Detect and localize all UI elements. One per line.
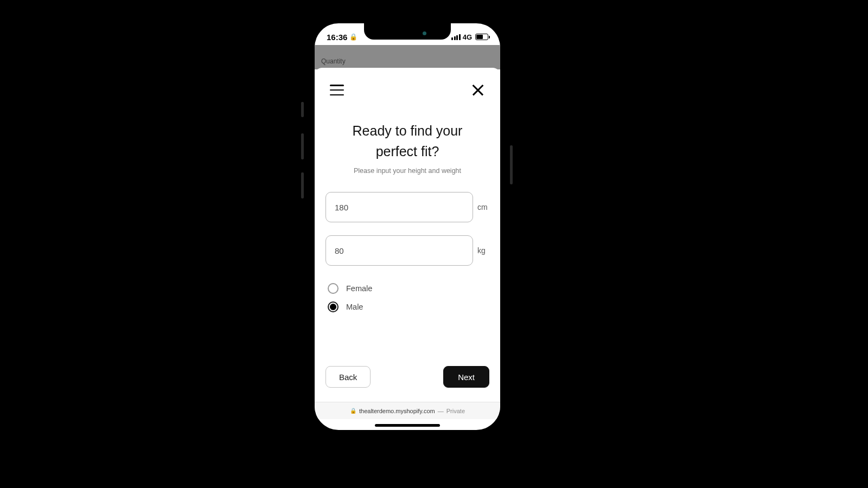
radio-label: Female [346,284,372,293]
weight-row: kg [326,235,489,266]
hamburger-icon[interactable] [330,85,344,95]
radio-female[interactable]: Female [328,283,489,294]
status-time: 16:36 [327,33,347,42]
gender-radio-group: Female Male [326,283,489,320]
height-input[interactable] [326,192,473,222]
home-indicator[interactable] [375,424,440,427]
signal-icon [451,34,461,40]
radio-male[interactable]: Male [328,301,489,312]
lock-orientation-icon: 🔒 [349,33,358,41]
modal-actions: Back Next [326,366,489,391]
radio-icon [328,301,339,312]
modal-title: Ready to find your perfect fit? [326,121,489,162]
fit-modal: Ready to find your perfect fit? Please i… [315,68,500,402]
camera-indicator [423,31,426,35]
radio-icon [328,283,339,294]
radio-label: Male [346,303,363,311]
height-row: cm [326,192,489,222]
url-mode: Private [446,408,465,414]
weight-input[interactable] [326,235,473,266]
network-type: 4G [463,33,472,41]
background-page: Quantity [315,45,500,69]
phone-frame: 16:36 🔒 4G Quantity Ready to [312,21,503,433]
height-unit: cm [477,203,489,211]
next-button[interactable]: Next [443,366,489,388]
url-domain: thealterdemo.myshopify.com [359,408,435,414]
phone-screen: 16:36 🔒 4G Quantity Ready to [315,23,500,430]
lock-icon: 🔒 [350,408,356,414]
browser-url-bar[interactable]: 🔒 thealterdemo.myshopify.com — Private [315,402,500,419]
modal-header [326,83,489,97]
quantity-label: Quantity [321,57,346,65]
battery-icon [475,34,488,40]
notch [364,23,451,40]
back-button[interactable]: Back [326,366,371,388]
modal-subtitle: Please input your height and weight [326,167,489,175]
close-icon[interactable] [471,83,485,97]
url-separator: — [438,408,444,414]
weight-unit: kg [477,246,489,255]
